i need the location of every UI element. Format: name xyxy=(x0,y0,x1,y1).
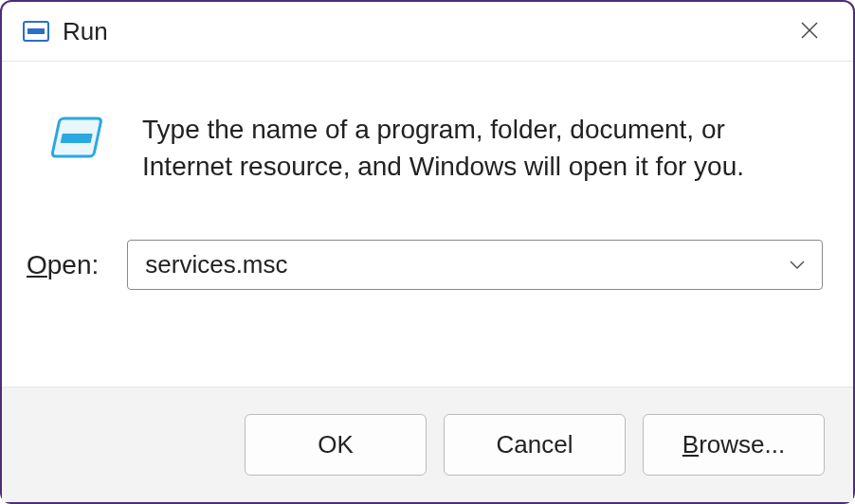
svg-rect-5 xyxy=(61,134,93,143)
info-row: Type the name of a program, folder, docu… xyxy=(49,111,825,185)
browse-button[interactable]: Browse... xyxy=(643,414,825,476)
open-combobox[interactable] xyxy=(127,240,823,290)
chevron-down-icon[interactable] xyxy=(780,255,805,275)
open-input-row: Open: xyxy=(27,240,825,290)
dialog-content: Type the name of a program, folder, docu… xyxy=(2,62,853,387)
dialog-description: Type the name of a program, folder, docu… xyxy=(142,111,825,185)
window-title: Run xyxy=(63,17,108,46)
cancel-button[interactable]: Cancel xyxy=(444,414,626,476)
run-app-icon xyxy=(49,115,104,162)
svg-rect-1 xyxy=(27,28,45,34)
run-dialog: Run Type the name of a program, folder, … xyxy=(0,0,855,504)
close-icon xyxy=(800,21,819,40)
run-title-icon xyxy=(23,21,49,42)
titlebar: Run xyxy=(2,2,853,62)
open-label: Open: xyxy=(27,250,99,280)
ok-button[interactable]: OK xyxy=(245,414,427,476)
close-button[interactable] xyxy=(791,15,828,47)
open-input[interactable] xyxy=(145,250,780,279)
dialog-footer: OK Cancel Browse... xyxy=(2,387,853,502)
titlebar-left: Run xyxy=(23,17,108,46)
